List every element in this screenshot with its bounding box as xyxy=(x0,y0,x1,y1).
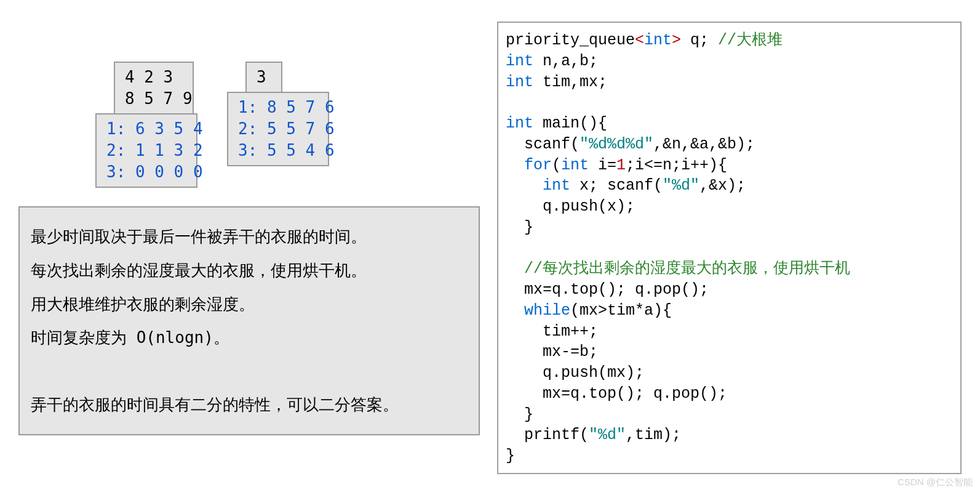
code-line-17: q.push(mx); xyxy=(506,364,644,382)
code-panel: priority_queue<int> q; //大根堆 int n,a,b; … xyxy=(497,22,962,474)
explain-line-5: 弄干的衣服的时间具有二分的特性，可以二分答案。 xyxy=(31,388,468,422)
code-line-16: mx-=b; xyxy=(506,343,598,361)
code-line-14: while(mx>tim*a){ xyxy=(506,302,672,320)
code-line-10: } xyxy=(506,219,533,236)
code-line-7: for(int i=1;i<=n;i++){ xyxy=(506,156,727,174)
explain-line-4: 时间复杂度为 O(nlogn)。 xyxy=(31,321,468,355)
explain-line-2: 每次找出剩余的湿度最大的衣服，使用烘干机。 xyxy=(31,254,468,288)
code-line-1: priority_queue<int> q; //大根堆 xyxy=(506,31,783,49)
table-spacer xyxy=(197,62,227,188)
code-line-8: int x; scanf("%d",&x); xyxy=(506,177,746,195)
code-line-20: printf("%d",tim); xyxy=(506,426,681,444)
code-line-13: mx=q.top(); q.pop(); xyxy=(506,281,709,299)
table-group-1: 4 2 3 8 5 7 9 1: 6 3 5 4 2: 1 1 3 2 3: 0… xyxy=(95,62,197,188)
code-line-2: int n,a,b; xyxy=(506,52,598,70)
steps-sample-1: 1: 6 3 5 4 2: 1 1 3 2 3: 0 0 0 0 xyxy=(95,113,197,188)
explain-line-1: 最少时间取决于最后一件被弄干的衣服的时间。 xyxy=(31,220,468,254)
code-line-19: } xyxy=(506,406,533,424)
left-column: 4 2 3 8 5 7 9 1: 6 3 5 4 2: 1 1 3 2 3: 0… xyxy=(18,62,480,435)
code-line-18: mx=q.top(); q.pop(); xyxy=(506,385,727,403)
code-line-5: int main(){ xyxy=(506,115,607,132)
code-line-15: tim++; xyxy=(506,323,598,341)
input-sample-2: 3 xyxy=(245,62,282,92)
input-sample-1: 4 2 3 8 5 7 9 xyxy=(114,62,194,113)
explanation-box: 最少时间取决于最后一件被弄干的衣服的时间。 每次找出剩余的湿度最大的衣服，使用烘… xyxy=(18,206,480,435)
code-line-6: scanf("%d%d%d",&n,&a,&b); xyxy=(506,135,755,153)
table-group-2: 3 1: 8 5 7 6 2: 5 5 7 6 3: 5 5 4 6 xyxy=(227,62,329,188)
code-line-9: q.push(x); xyxy=(506,198,635,216)
code-line-21: } xyxy=(506,447,515,465)
steps-sample-2: 1: 8 5 7 6 2: 5 5 7 6 3: 5 5 4 6 xyxy=(227,92,329,166)
explain-line-3: 用大根堆维护衣服的剩余湿度。 xyxy=(31,288,468,321)
code-line-3: int tim,mx; xyxy=(506,73,607,91)
code-line-12: //每次找出剩余的湿度最大的衣服，使用烘干机 xyxy=(506,260,850,278)
explain-line-blank xyxy=(31,355,468,389)
watermark: CSDN @仁公智能 xyxy=(898,477,973,488)
tables-row: 4 2 3 8 5 7 9 1: 6 3 5 4 2: 1 1 3 2 3: 0… xyxy=(95,62,480,188)
